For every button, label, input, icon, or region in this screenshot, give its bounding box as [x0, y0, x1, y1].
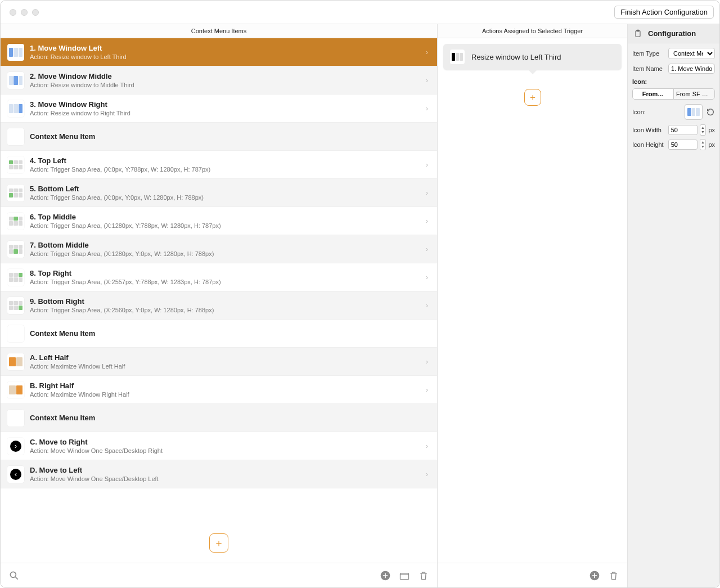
- grid-bm-icon: [7, 241, 24, 258]
- mid-column-header: Actions Assigned to Selected Trigger: [438, 24, 627, 38]
- item-type-label: Item Type: [632, 50, 665, 57]
- grid-tr-icon: [7, 269, 24, 286]
- trash-icon[interactable]: [418, 570, 429, 581]
- item-name-input[interactable]: [668, 64, 715, 74]
- resize-left-third-icon: [450, 50, 465, 64]
- folder-icon[interactable]: [399, 570, 410, 581]
- icon-source-from-button[interactable]: From…: [633, 89, 674, 99]
- item-title: 9. Bottom Right: [30, 297, 426, 306]
- trash-icon[interactable]: [608, 570, 619, 581]
- chevron-right-icon: ›: [426, 105, 428, 113]
- item-subtitle: Action: Resize window to Right Third: [30, 110, 426, 116]
- icon-height-label: Icon Height: [632, 141, 666, 148]
- item-subtitle: Action: Trigger Snap Area, (X:2560px, Y:…: [30, 307, 426, 313]
- mid-footer: [438, 563, 627, 587]
- chevron-right-icon: ›: [426, 77, 428, 84]
- item-subtitle: Action: Trigger Snap Area, (X:1280px, Y:…: [30, 222, 426, 229]
- item-title: B. Right Half: [30, 381, 426, 390]
- item-title: D. Move to Left: [30, 466, 426, 474]
- icon-height-input[interactable]: [668, 140, 698, 150]
- chevron-right-icon: ›: [426, 245, 428, 253]
- item-title: Context Menu Item: [30, 329, 430, 338]
- icon-source-segmented[interactable]: From… From SF Symbols: [632, 88, 715, 100]
- arrow-left-icon: ‹: [7, 466, 24, 483]
- icon-width-unit: px: [708, 127, 715, 133]
- item-subtitle: Action: Trigger Snap Area, (X:1280px, Y:…: [30, 250, 426, 257]
- icon-label: Icon:: [632, 109, 649, 115]
- search-icon[interactable]: [8, 570, 20, 581]
- finish-action-configuration-button[interactable]: Finish Action Configuration: [614, 6, 714, 19]
- grid-tl-icon: [7, 156, 24, 173]
- icon-source-sf-symbols-button[interactable]: From SF Symbols: [674, 89, 714, 99]
- blank-noicon-icon: [7, 325, 24, 342]
- item-name-label: Item Name: [632, 65, 665, 72]
- add-context-menu-item-button[interactable]: ＋: [209, 533, 228, 553]
- icon-width-stepper[interactable]: ▲▼: [700, 124, 706, 136]
- list-item[interactable]: 8. Top RightAction: Trigger Snap Area, (…: [1, 263, 437, 291]
- list-item[interactable]: A. Left HalfAction: Maximize Window Left…: [1, 348, 437, 376]
- item-subtitle: Action: Maximize Window Left Half: [30, 363, 426, 370]
- icon-height-stepper[interactable]: ▲▼: [700, 139, 706, 150]
- item-type-select[interactable]: Context Menu…: [668, 48, 715, 59]
- item-title: 2. Move Window Middle: [30, 72, 426, 80]
- item-title: 3. Move Window Right: [30, 100, 426, 109]
- close-window-icon[interactable]: [10, 9, 16, 16]
- item-subtitle: Action: Trigger Snap Area, (X:0px, Y:0px…: [30, 194, 426, 201]
- item-title: A. Left Half: [30, 353, 426, 362]
- list-item[interactable]: 6. Top MiddleAction: Trigger Snap Area, …: [1, 207, 437, 235]
- arrow-right-icon: ›: [7, 438, 24, 455]
- grid-tm-icon: [7, 213, 24, 230]
- item-subtitle: Action: Move Window One Space/Desktop Ri…: [30, 447, 426, 454]
- thirds-right-icon: [7, 100, 24, 117]
- blank-icon: [7, 410, 24, 427]
- zoom-window-icon[interactable]: [32, 9, 39, 16]
- icon-width-input[interactable]: [668, 125, 698, 135]
- add-circle-icon[interactable]: [589, 570, 600, 581]
- chevron-right-icon: ›: [426, 161, 428, 169]
- svg-line-1: [16, 577, 18, 579]
- thirds-left-icon: [7, 44, 24, 61]
- icon-height-unit: px: [708, 141, 715, 148]
- list-item[interactable]: 2. Move Window MiddleAction: Resize wind…: [1, 66, 437, 95]
- item-title: 6. Top Middle: [30, 213, 426, 221]
- list-item[interactable]: Context Menu Item: [1, 320, 437, 348]
- chevron-right-icon: ›: [426, 302, 428, 309]
- chevron-right-icon: ›: [426, 358, 428, 366]
- list-item[interactable]: Context Menu Item: [1, 123, 437, 151]
- item-title: 8. Top Right: [30, 269, 426, 277]
- add-circle-icon[interactable]: [380, 570, 391, 581]
- list-item[interactable]: 4. Top LeftAction: Trigger Snap Area, (X…: [1, 151, 437, 179]
- add-assigned-action-button[interactable]: ＋: [524, 89, 541, 106]
- list-item[interactable]: 7. Bottom MiddleAction: Trigger Snap Are…: [1, 235, 437, 263]
- item-title: 7. Bottom Middle: [30, 241, 426, 249]
- reset-icon[interactable]: [706, 107, 715, 116]
- list-item[interactable]: 9. Bottom RightAction: Trigger Snap Area…: [1, 291, 437, 320]
- chevron-right-icon: ›: [426, 470, 428, 478]
- assigned-action-card[interactable]: Resize window to Left Third: [443, 44, 622, 70]
- icon-section-label: Icon:: [632, 78, 715, 85]
- chevron-right-icon: ›: [426, 386, 428, 394]
- blank-icon: [7, 128, 24, 145]
- list-item[interactable]: 5. Bottom LeftAction: Trigger Snap Area,…: [1, 179, 437, 207]
- list-item[interactable]: 3. Move Window RightAction: Resize windo…: [1, 95, 437, 123]
- item-subtitle: Action: Resize window to Middle Third: [30, 82, 426, 88]
- window-controls: [6, 9, 39, 16]
- list-item[interactable]: ›C. Move to RightAction: Move Window One…: [1, 432, 437, 460]
- chevron-right-icon: ›: [426, 273, 428, 281]
- grid-br-icon: [7, 297, 24, 314]
- list-item[interactable]: Context Menu Item: [1, 404, 437, 432]
- list-item[interactable]: B. Right HalfAction: Maximize Window Rig…: [1, 376, 437, 404]
- item-title: Context Menu Item: [30, 414, 430, 422]
- chevron-right-icon: ›: [426, 442, 428, 450]
- context-menu-items-list[interactable]: 1. Move Window LeftAction: Resize window…: [1, 38, 437, 523]
- chevron-right-icon: ›: [426, 48, 428, 56]
- minimize-window-icon[interactable]: [21, 9, 28, 16]
- list-item[interactable]: 1. Move Window LeftAction: Resize window…: [1, 38, 437, 66]
- list-item[interactable]: ‹D. Move to LeftAction: Move Window One …: [1, 460, 437, 488]
- item-title: C. Move to Right: [30, 438, 426, 446]
- icon-preview[interactable]: [685, 104, 703, 120]
- chevron-right-icon: ›: [426, 217, 428, 225]
- left-footer: [1, 563, 437, 587]
- svg-point-0: [10, 572, 16, 577]
- item-title: 1. Move Window Left: [30, 44, 426, 52]
